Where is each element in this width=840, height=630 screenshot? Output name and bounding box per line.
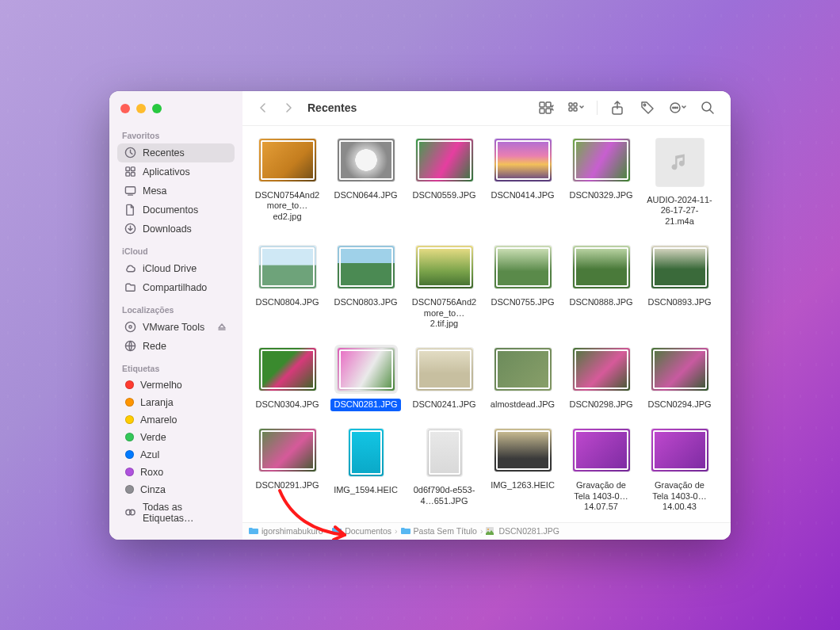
sidebar-item-label: Recentes bbox=[143, 147, 185, 158]
path-crumb-label: igorshimabukuro bbox=[262, 526, 323, 536]
file-name: DSCN0291.JPG bbox=[252, 479, 322, 492]
svg-point-11 bbox=[673, 107, 674, 108]
sidebar-item-label: Mesa bbox=[143, 185, 167, 197]
file-item[interactable]: DSCN0294.JPG bbox=[643, 345, 716, 411]
toolbar-separator bbox=[597, 101, 598, 115]
file-item[interactable]: DSCN0888.JPG bbox=[564, 242, 638, 330]
thumbnail-wrap bbox=[334, 136, 398, 185]
back-button[interactable] bbox=[254, 98, 273, 117]
minimize-window-button[interactable] bbox=[136, 104, 146, 113]
image-thumbnail bbox=[573, 246, 630, 288]
sidebar-item-cinza[interactable]: Cinza bbox=[117, 481, 235, 498]
sidebar-item-documentos[interactable]: Documentos bbox=[117, 200, 235, 220]
svg-rect-19 bbox=[131, 172, 135, 176]
file-item[interactable]: DSCN0241.JPG bbox=[407, 345, 481, 411]
file-item[interactable]: Gravação de Tela 1403-0…14.07.57 bbox=[564, 426, 638, 514]
tag-color-dot bbox=[125, 450, 134, 459]
sidebar-item-rede[interactable]: Rede bbox=[117, 337, 235, 356]
file-name: almostdead.JPG bbox=[487, 399, 558, 411]
sidebar-item-recentes[interactable]: Recentes bbox=[117, 143, 235, 162]
file-item[interactable]: Gravação de Tela 1403-0…14.00.43 bbox=[643, 426, 716, 514]
sidebar-item-label: Azul bbox=[140, 449, 159, 460]
tag-color-dot bbox=[125, 433, 134, 441]
eject-icon[interactable] bbox=[216, 321, 228, 334]
thumbnail-wrap bbox=[570, 136, 633, 185]
file-item[interactable]: DSCN0304.JPG bbox=[250, 345, 324, 411]
path-crumb[interactable]: Documentos bbox=[332, 526, 391, 536]
sidebar-item-vermelho[interactable]: Vermelho bbox=[117, 376, 235, 394]
thumbnail-wrap bbox=[256, 242, 319, 292]
search-button[interactable] bbox=[696, 97, 720, 118]
maximize-window-button[interactable] bbox=[152, 104, 162, 113]
file-item[interactable]: DSCN0414.JPG bbox=[486, 136, 559, 228]
forward-button[interactable] bbox=[279, 98, 298, 117]
folder-icon bbox=[249, 527, 258, 535]
path-crumb[interactable]: Pasta Sem Título bbox=[401, 526, 477, 536]
sidebar-item-roxo[interactable]: Roxo bbox=[117, 464, 235, 481]
file-item[interactable]: DSCN0754And2more_to…ed2.jpg bbox=[250, 136, 324, 228]
actions-button[interactable] bbox=[666, 97, 689, 118]
image-thumbnail bbox=[573, 429, 630, 472]
desktop-icon bbox=[124, 185, 136, 197]
file-item[interactable]: DSCN0329.JPG bbox=[564, 136, 638, 228]
file-item[interactable]: 0d6f790d-e553-4…651.JPG bbox=[407, 426, 481, 514]
sidebar-item-azul[interactable]: Azul bbox=[117, 446, 235, 464]
file-item[interactable]: almostdead.JPG bbox=[486, 345, 559, 411]
sidebar-item-laranja[interactable]: Laranja bbox=[117, 394, 235, 411]
thumbnail-wrap bbox=[334, 242, 398, 292]
sidebar-item-compartilhado[interactable]: Compartilhado bbox=[117, 278, 235, 297]
file-item[interactable]: DSCN0298.JPG bbox=[564, 345, 638, 411]
sidebar-item-label: VMware Tools bbox=[143, 322, 204, 333]
file-item[interactable]: DSCN0559.JPG bbox=[407, 136, 481, 228]
thumbnail-wrap bbox=[648, 426, 712, 475]
file-name: DSCN0304.JPG bbox=[252, 399, 322, 411]
sort-button[interactable] bbox=[565, 97, 589, 118]
svg-point-22 bbox=[125, 322, 135, 331]
file-item[interactable]: DSCN0644.JPG bbox=[329, 136, 403, 228]
sidebar-item-label: Downloads bbox=[143, 223, 192, 235]
file-item[interactable]: DSCN0803.JPG bbox=[329, 242, 403, 330]
sidebar-item-mesa[interactable]: Mesa bbox=[117, 181, 235, 200]
file-item[interactable]: DSCN0804.JPG bbox=[250, 242, 324, 330]
image-thumbnail bbox=[416, 139, 473, 181]
image-thumbnail bbox=[259, 429, 316, 472]
sidebar-item-todas-as-etiquetas-[interactable]: Todas as Etiquetas… bbox=[117, 498, 235, 527]
file-item[interactable]: DSCN0281.JPG bbox=[329, 345, 403, 411]
path-crumb[interactable]: igorshimabukuro bbox=[249, 526, 323, 536]
file-item[interactable]: DSCN0756And2more_to…2.tif.jpg bbox=[407, 242, 481, 330]
path-crumb[interactable]: DSCN0281.JPG bbox=[486, 526, 559, 536]
file-item[interactable]: IMG_1594.HEIC bbox=[329, 426, 403, 514]
sidebar-item-amarelo[interactable]: Amarelo bbox=[117, 411, 235, 429]
sidebar-item-icloud-drive[interactable]: iCloud Drive bbox=[117, 259, 235, 278]
image-thumbnail bbox=[427, 429, 462, 476]
sidebar-item-verde[interactable]: Verde bbox=[117, 429, 235, 446]
file-item[interactable]: IMG_1263.HEIC bbox=[486, 426, 559, 514]
file-item[interactable]: DSCN0755.JPG bbox=[486, 242, 559, 330]
audio-thumbnail bbox=[656, 139, 704, 186]
file-item[interactable]: AUDIO-2024-11-26-17-27-21.m4a bbox=[643, 136, 716, 228]
window-title: Recentes bbox=[307, 101, 357, 114]
svg-rect-1 bbox=[546, 102, 551, 107]
file-name: DSCN0756And2more_to…2.tif.jpg bbox=[408, 296, 481, 330]
sidebar-item-downloads[interactable]: Downloads bbox=[117, 220, 235, 239]
file-item[interactable]: DSCN0291.JPG bbox=[250, 426, 324, 514]
sidebar-item-aplicativos[interactable]: Aplicativos bbox=[117, 162, 235, 181]
image-thumbnail bbox=[494, 429, 552, 472]
alltags-icon bbox=[124, 506, 136, 519]
thumbnail-wrap bbox=[346, 426, 387, 479]
sidebar-item-vmware-tools[interactable]: VMware Tools bbox=[117, 318, 235, 337]
file-name: DSCN0241.JPG bbox=[409, 399, 479, 411]
close-window-button[interactable] bbox=[120, 104, 130, 113]
image-thumbnail bbox=[259, 139, 316, 181]
file-grid-scroll[interactable]: DSCN0754And2more_to…ed2.jpgDSCN0644.JPGD… bbox=[242, 126, 731, 522]
view-mode-button[interactable] bbox=[535, 97, 559, 118]
clock-icon bbox=[124, 147, 136, 159]
sidebar: FavoritosRecentesAplicativosMesaDocument… bbox=[109, 126, 242, 540]
tags-button[interactable] bbox=[636, 97, 659, 118]
thumbnail-wrap bbox=[256, 345, 319, 394]
file-item[interactable]: DSCN0893.JPG bbox=[643, 242, 716, 330]
image-thumbnail bbox=[338, 348, 395, 391]
share-button[interactable] bbox=[605, 97, 629, 118]
shared-icon bbox=[124, 281, 136, 294]
svg-rect-18 bbox=[125, 172, 129, 176]
